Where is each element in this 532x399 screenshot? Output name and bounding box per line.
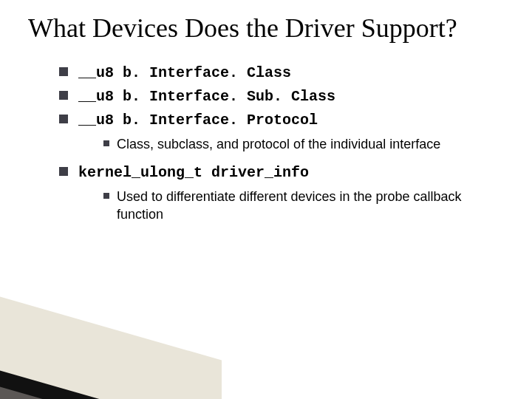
code-text: kernel_ulong_t driver_info (78, 164, 309, 181)
bullet-list: __u8 b. Interface. Class __u8 b. Interfa… (59, 61, 532, 223)
sub-bullet-item: Class, subclass, and protocol of the ind… (103, 135, 488, 153)
code-text: __u8 b. Interface. Sub. Class (78, 88, 335, 105)
bullet-item: __u8 b. Interface. Class (59, 61, 532, 83)
slide-content: What Devices Does the Driver Support? __… (0, 0, 532, 223)
sub-bullet-item: Used to differentiate different devices … (103, 188, 488, 224)
sub-bullet-list: Used to differentiate different devices … (103, 188, 488, 224)
bullet-item: __u8 b. Interface. Sub. Class (59, 85, 532, 107)
code-text: __u8 b. Interface. Class (78, 64, 291, 81)
sub-bullet-list: Class, subclass, and protocol of the ind… (103, 135, 488, 153)
slide: What Devices Does the Driver Support? __… (0, 0, 532, 399)
code-text: __u8 b. Interface. Protocol (78, 112, 318, 129)
slide-title: What Devices Does the Driver Support? (0, 0, 501, 44)
bullet-item: __u8 b. Interface. Protocol Class, subcl… (59, 109, 532, 153)
bullet-item: kernel_ulong_t driver_info Used to diffe… (59, 161, 532, 224)
